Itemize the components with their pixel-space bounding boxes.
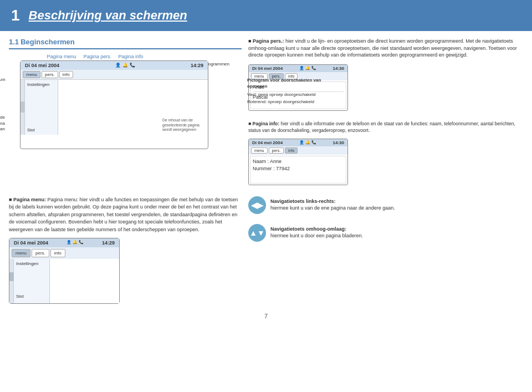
nav-ud-desc: hiermee kunt u door een pagina bladeren. (270, 233, 363, 240)
bottom-right-column: ◀▶ Navigatietoets links-rechts: hiermee … (248, 196, 523, 304)
datum-label: Datum (0, 77, 6, 82)
pagina-pers-text: hier vindt u de lijn- en oproeptoetsen d… (248, 38, 517, 58)
bp-sidebar-bottom: Slot (16, 294, 47, 299)
sp2-info-btn[interactable]: info (285, 147, 298, 154)
annotation-pictogram: Pictogram voor doorschakelen van oproepe… (247, 77, 330, 89)
page-number: 7 (0, 310, 532, 322)
page-header: 1 Beschrijving van schermen (0, 0, 532, 31)
sp1-header: Di 04 mei 2004 👤🔔📞 14:30 (249, 65, 347, 72)
nav-lr-desc: hiermee kunt u van de ene pagina naar de… (270, 205, 395, 212)
bp-header: Di 04 mei 2004 👤🔔📞 14:29 (9, 238, 119, 247)
sp1-time: 14:30 (333, 66, 344, 71)
chapter-title: Beschrijving van schermen (29, 8, 187, 23)
diagram-wrapper: Tijd en statuspictogram­men Datum Di 04 … (9, 60, 242, 149)
diag-content-area: Instellingen Slot De inhoud van de gesel… (21, 79, 208, 135)
sp2-pers-btn[interactable]: pers. (269, 147, 284, 154)
date-text: Di 04 mei 2004 (25, 63, 59, 68)
nav-lr-title: Navigatietoets links-rechts: (270, 198, 395, 205)
main-content: 1.1 Beginschermen Pagina menu Pagina per… (0, 31, 532, 196)
status-icons: 👤 🔔 📞 (115, 63, 135, 68)
scrollbar[interactable] (21, 80, 25, 135)
scrollbar-label: Schuifbalk: geeft de positie op een pagi… (0, 115, 5, 132)
annotation-roterend: Roterend: oproep doorgeschakeld (247, 99, 330, 105)
date-bar: Di 04 mei 2004 👤 🔔 📞 14:29 (21, 61, 208, 70)
sp1-date: Di 04 mei 2004 (252, 66, 283, 71)
bp-content: Instellingen Slot (9, 259, 119, 303)
pagina-pers-label: ■ Pagina pers.: (248, 38, 284, 44)
nav-up-down-icon: ▲▼ (248, 224, 266, 242)
bp-info-btn[interactable]: info (50, 249, 65, 257)
sp2-nav: menu pers. info (249, 146, 347, 155)
bottom-section: ■ Pagina menu: Pagina menu: hier vindt u… (0, 196, 532, 311)
pagina-menu-description: ■ Pagina menu: Pagina menu: hier vindt u… (9, 196, 242, 234)
diagram-top-labels: Pagina menu Pagina pers. Pagina info (9, 54, 242, 59)
bp-icons: 👤🔔📞 (66, 240, 84, 246)
bp-scrollbar[interactable] (9, 259, 14, 303)
chapter-number: 1 (11, 7, 20, 24)
annotation-vast: Vast: geen oproep doorgeschakeld (247, 91, 330, 98)
bp-menu-btn[interactable]: menu (12, 249, 30, 257)
sp2-body: Naam : Anne Nummer : 77942 (250, 156, 346, 184)
bp-pers-btn[interactable]: pers. (32, 249, 49, 257)
bp-right-panel (50, 259, 119, 303)
bp-date: Di 04 mei 2004 (14, 240, 48, 246)
label-pagina-pers: Pagina pers. (81, 54, 114, 59)
label-pagina-menu: Pagina menu (42, 54, 81, 59)
sidebar-bottom-label: Slot (27, 128, 55, 133)
right-screen-2-block: Di 04 mei 2004 👤🔔📞 14:30 menu pers. info… (248, 139, 523, 185)
diag-sidebar: Instellingen Slot (25, 80, 58, 135)
bp-scrollbar-thumb (9, 272, 14, 281)
nav-up-down-text: Navigatietoets omhoog-omlaag: hiermee ku… (270, 226, 363, 239)
right-column: ■ Pagina pers.: hier vindt u de lijn- en… (248, 38, 523, 190)
pagina-info-description: ■ Pagina info: hier vindt u alle informa… (248, 121, 523, 134)
diag-main-panel: De inhoud van de geselecteerde pagina wo… (58, 80, 208, 135)
bp-left-panel: Instellingen Slot (14, 259, 50, 303)
pagina-menu-label: ■ Pagina menu: (9, 197, 46, 202)
nav-pers-btn[interactable]: pers. (42, 71, 58, 78)
sidebar-top-label: Instellingen (27, 82, 55, 87)
nav-left-right-text: Navigatietoets links-rechts: hiermee kun… (270, 198, 395, 211)
bp-time: 14:29 (102, 240, 115, 246)
pagina-info-text: hier vindt u alle informatie over de tel… (248, 121, 515, 133)
bp-nav: menu pers. info (9, 247, 119, 259)
bottom-left-column: ■ Pagina menu: Pagina menu: hier vindt u… (9, 196, 242, 304)
label-pagina-info: Pagina info (114, 54, 147, 59)
sp1-icons: 👤🔔📞 (299, 66, 316, 71)
nav-ud-title: Navigatietoets omhoog-omlaag: (270, 226, 363, 233)
sp2-icons: 👤🔔📞 (299, 140, 316, 145)
sp2-header: Di 04 mei 2004 👤🔔📞 14:30 (249, 139, 347, 146)
section-number: 1.1 (9, 38, 19, 46)
time-text: 14:29 (191, 63, 203, 68)
nav-info-btn[interactable]: info (59, 71, 73, 78)
nav-menu-btn[interactable]: menu (23, 71, 40, 78)
section-heading: 1.1 Beginschermen (9, 38, 242, 49)
main-diagram-area: Pagina menu Pagina pers. Pagina info Tij… (9, 54, 242, 149)
scrollbar-thumb (21, 101, 25, 113)
divider (9, 48, 242, 49)
bottom-phone-mockup: Di 04 mei 2004 👤🔔📞 14:29 menu pers. info… (9, 238, 120, 304)
nav-up-down-block: ▲▼ Navigatietoets omhoog-omlaag: hiermee… (248, 224, 523, 242)
pagina-info-label: ■ Pagina info: (248, 121, 279, 126)
right-phone-2: Di 04 mei 2004 👤🔔📞 14:30 menu pers. info… (248, 139, 348, 185)
content-annotation: De inhoud van de geselecteerde pagina wo… (162, 118, 207, 132)
left-column: 1.1 Beginschermen Pagina menu Pagina per… (9, 38, 242, 190)
top-right-description: ■ Pagina pers.: hier vindt u de lijn- en… (248, 38, 523, 59)
nav-row: menu pers. info (21, 70, 208, 79)
bp-sidebar-top: Instellingen (16, 261, 47, 266)
section-title: Beginschermen (21, 38, 75, 46)
sp2-name: Naam : Anne (253, 159, 344, 164)
sp2-menu-btn[interactable]: menu (251, 147, 268, 154)
right-annotations: Pictogram voor doorschakelen van oproepe… (247, 77, 330, 105)
sp2-number: Nummer : 77942 (253, 166, 344, 171)
nav-left-right-icon: ◀▶ (248, 196, 266, 214)
sp2-date: Di 04 mei 2004 (252, 140, 283, 145)
main-phone-mockup: Di 04 mei 2004 👤 🔔 📞 14:29 menu pers. in… (20, 60, 208, 149)
nav-left-right-block: ◀▶ Navigatietoets links-rechts: hiermee … (248, 196, 523, 214)
sp2-time: 14:30 (333, 140, 344, 145)
